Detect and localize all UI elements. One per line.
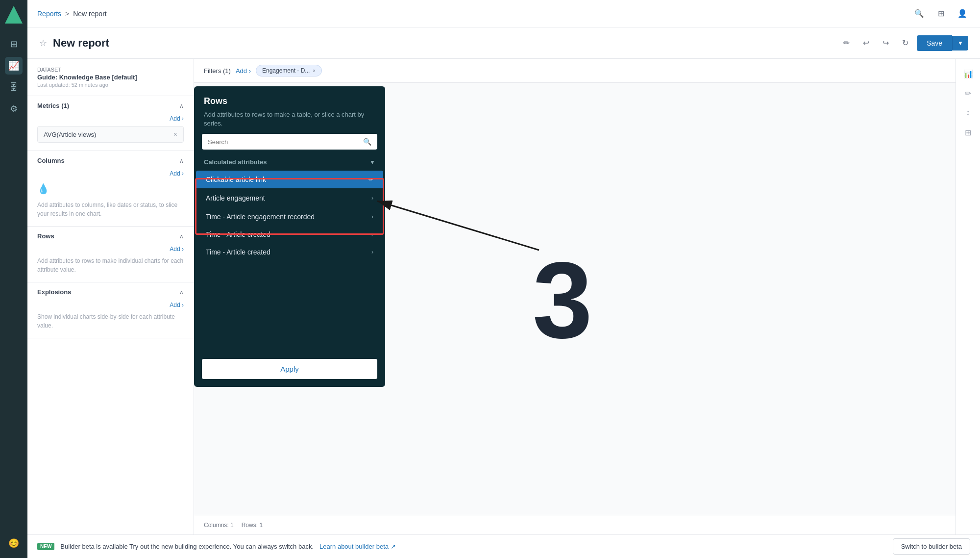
new-badge: New xyxy=(37,543,54,550)
table-icon[interactable]: ⊞ xyxy=(959,124,977,141)
bar-chart-icon[interactable]: 📊 xyxy=(959,65,977,82)
rows-add-button[interactable]: Add › xyxy=(170,246,184,253)
grid-button[interactable]: ⊞ xyxy=(933,6,949,22)
attr-item-time-created[interactable]: Time - Article created › xyxy=(196,243,383,261)
metrics-title: Metrics (1) xyxy=(37,102,69,109)
top-bar: Reports > New report 🔍 ⊞ 👤 xyxy=(27,0,980,27)
report-title-bar: ☆ New report ✏ ↩ ↪ ↻ Save ▼ xyxy=(27,27,980,59)
metric-chip-avg-views: AVG(Article views) × xyxy=(37,126,184,143)
columns-header[interactable]: Columns ∧ xyxy=(27,151,194,170)
attr-item-clickable-article-link[interactable]: Clickable article link ✏ xyxy=(196,171,383,188)
attr-item-label-time-created: Time - Article created xyxy=(206,248,270,256)
search-icon: 🔍 xyxy=(363,138,371,146)
breadcrumb-current-page: New report xyxy=(73,10,106,18)
attr-item-label: Time - Article created xyxy=(206,230,270,238)
attr-item-chevron: › xyxy=(371,231,373,238)
filters-bar: Filters (1) Add › Engagement - D... × xyxy=(194,59,956,83)
refresh-icon[interactable]: ↻ xyxy=(897,35,913,51)
nav-icon-user[interactable]: 😊 xyxy=(5,534,23,552)
search-box: 🔍 xyxy=(202,134,377,150)
nav-icon-settings[interactable]: ⚙ xyxy=(5,100,23,118)
search-button[interactable]: 🔍 xyxy=(911,6,927,22)
columns-section: Columns ∧ Add › 💧 Add attributes to colu… xyxy=(27,151,194,227)
pencil-icon[interactable]: ✏ xyxy=(959,84,977,102)
switch-to-builder-beta-button[interactable]: Switch to builder beta xyxy=(893,538,970,555)
explosions-section: Explosions ∧ Add › Show individual chart… xyxy=(27,282,194,338)
explosions-add-button[interactable]: Add › xyxy=(170,302,184,308)
big-number-display: 3 xyxy=(533,247,592,355)
metric-chip-label: AVG(Article views) xyxy=(44,131,96,138)
metrics-content: Add › AVG(Article views) × xyxy=(27,115,194,151)
explosions-chevron: ∧ xyxy=(179,289,184,296)
filter-chip-engagement[interactable]: Engagement - D... × xyxy=(256,65,322,76)
user-avatar[interactable]: 👤 xyxy=(955,6,970,22)
calculated-attrs-header[interactable]: Calculated attributes ▼ xyxy=(194,153,385,171)
columns-count: Columns: 1 xyxy=(204,522,234,529)
attr-item-label: Article engagement xyxy=(206,194,265,202)
bottom-bar: New Builder beta is available Try out th… xyxy=(27,534,980,558)
rows-panel-header: Rows Add attributes to rows to make a ta… xyxy=(194,86,385,134)
report-title: New report xyxy=(53,37,109,50)
attr-item-label: Clickable article link xyxy=(206,176,266,183)
breadcrumb-separator: > xyxy=(65,10,69,18)
breadcrumb-reports-link[interactable]: Reports xyxy=(37,10,61,18)
apply-button[interactable]: Apply xyxy=(202,359,377,379)
attr-item-articles[interactable]: Time - Article engagement recorded › xyxy=(196,208,383,226)
columns-title: Columns xyxy=(37,157,65,164)
dataset-info: Dataset Guide: Knowledge Base [default] … xyxy=(27,59,194,96)
columns-chevron: ∧ xyxy=(179,157,184,164)
report-status-bar: Columns: 1 Rows: 1 xyxy=(194,515,956,534)
columns-empty-text: Add attributes to columns, like dates or… xyxy=(37,201,184,218)
filter-add-button[interactable]: Add › xyxy=(236,67,251,75)
attr-item-article-engagement[interactable]: Article engagement › xyxy=(196,189,383,207)
sort-icon[interactable]: ↕ xyxy=(959,104,977,122)
undo-icon[interactable]: ↩ xyxy=(858,35,874,51)
metrics-chevron: ∧ xyxy=(179,102,184,109)
rows-content: Add › Add attributes to rows to make ind… xyxy=(27,246,194,282)
redo-icon[interactable]: ↪ xyxy=(878,35,893,51)
save-dropdown-button[interactable]: ▼ xyxy=(952,36,968,51)
columns-add-button[interactable]: Add › xyxy=(170,170,184,177)
logo-icon[interactable] xyxy=(5,6,23,24)
right-strip: 📊 ✏ ↕ ⊞ xyxy=(956,59,980,534)
explosions-empty-text: Show individual charts side-by-side for … xyxy=(37,312,184,330)
save-button-group: Save ▼ xyxy=(917,35,968,51)
top-bar-actions: 🔍 ⊞ 👤 xyxy=(911,6,970,22)
rows-chevron: ∧ xyxy=(179,233,184,240)
attr-item-edit-icon[interactable]: ✏ xyxy=(368,176,373,183)
attr-item-chevron: › xyxy=(371,249,373,255)
metric-remove-button[interactable]: × xyxy=(173,130,177,138)
explosions-content: Add › Show individual charts side-by-sid… xyxy=(27,302,194,338)
dataset-name: Guide: Knowledge Base [default] xyxy=(37,74,184,81)
rows-header[interactable]: Rows ∧ xyxy=(27,227,194,246)
left-panel: Dataset Guide: Knowledge Base [default] … xyxy=(27,59,194,534)
star-icon[interactable]: ☆ xyxy=(39,38,47,49)
edit-icon[interactable]: ✏ xyxy=(838,35,854,51)
explosions-title: Explosions xyxy=(37,288,71,296)
left-navigation: ⊞ 📈 🗄 ⚙ 😊 xyxy=(0,0,27,558)
nav-icon-dashboard[interactable]: ⊞ xyxy=(5,35,23,53)
columns-content: Add › 💧 Add attributes to columns, like … xyxy=(27,170,194,226)
nav-icon-reports[interactable]: 📈 xyxy=(5,57,23,75)
nav-icon-data[interactable]: 🗄 xyxy=(5,78,23,96)
calculated-attrs-label: Calculated attributes xyxy=(204,158,267,166)
metrics-header[interactable]: Metrics (1) ∧ xyxy=(27,96,194,115)
attr-item-chevron: › xyxy=(371,195,373,202)
rows-title: Rows xyxy=(37,232,54,240)
search-input[interactable] xyxy=(208,138,359,146)
rows-panel-title: Rows xyxy=(204,96,375,106)
filter-chip-remove[interactable]: × xyxy=(313,68,316,74)
explosions-header[interactable]: Explosions ∧ xyxy=(27,282,194,302)
learn-about-builder-link[interactable]: Learn about builder beta ↗ xyxy=(319,543,396,550)
attr-item-chevron: › xyxy=(371,213,373,220)
save-button[interactable]: Save xyxy=(917,35,952,51)
apply-button-wrap: Apply xyxy=(194,261,385,387)
rows-panel: Rows Add attributes to rows to make a ta… xyxy=(194,86,385,387)
attr-item-label: Time - Article engagement recorded xyxy=(206,213,315,221)
metrics-add-button[interactable]: Add › xyxy=(170,115,184,122)
calculated-attrs-chevron: ▼ xyxy=(369,159,375,166)
filter-chip-label: Engagement - D... xyxy=(262,67,310,74)
filters-label: Filters (1) xyxy=(204,67,231,75)
bottom-bar-text: Builder beta is available Try out the ne… xyxy=(60,543,314,550)
attr-item-time-engagement[interactable]: Time - Article created › xyxy=(196,226,383,243)
